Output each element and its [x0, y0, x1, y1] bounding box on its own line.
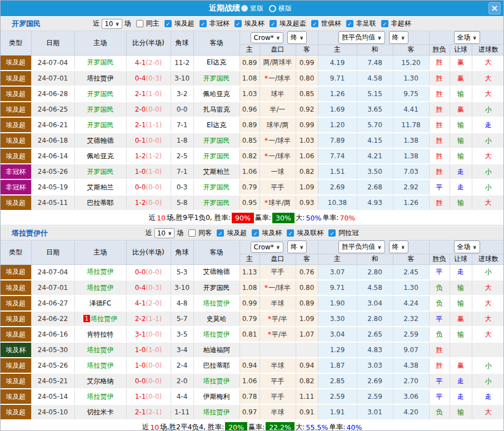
score-cell: 4-1(2-0) [126, 55, 171, 71]
league-checkbox-0[interactable]: ✓ [164, 20, 172, 27]
metric-select[interactable]: 胜平负均值∨ [338, 31, 385, 44]
fulltime-score: 0-0 [135, 377, 146, 385]
chevron-down-icon: ∨ [168, 230, 172, 236]
league-checkbox-1[interactable]: ✓ [252, 229, 259, 237]
recent-count-select[interactable]: 10∨ [154, 228, 175, 238]
col-handicap-result: 让球 [450, 44, 472, 55]
away-team-cell: 塔拉贾伊 [193, 327, 239, 342]
bookmaker-select[interactable]: Crow*∨ [251, 32, 284, 43]
eu-draw-odds: 4.83 [357, 342, 393, 358]
date-cell: 24-06-25 [31, 102, 74, 117]
away-team-cell: 艾德翰德 [193, 264, 239, 280]
period-select-1[interactable]: 终∨ [287, 240, 307, 253]
close-icon[interactable]: × [488, 2, 501, 14]
ah-line: 平手 [260, 373, 296, 389]
ah-away-odds: 0.99 [296, 117, 318, 133]
period-select-1[interactable]: 终∨ [287, 31, 307, 44]
table-row: 埃及超24-05-11巴拉蒂耶1-2(0-0)5-8开罗国民0.95*球半/两0… [1, 195, 504, 211]
league-checkbox-label: 埃及超 [174, 19, 194, 28]
horizontal-layout-radio[interactable] [269, 5, 276, 12]
eu-draw-odds: 5.15 [357, 86, 393, 102]
league-checkbox-1[interactable]: ✓ [199, 20, 207, 27]
metric-select[interactable]: 胜平负均值∨ [338, 240, 385, 253]
halftime-score: (0-0) [146, 330, 162, 338]
home-team-cell: 塔拉贾伊 [74, 280, 126, 295]
league-checkbox-0[interactable]: ✓ [217, 229, 224, 237]
league-checkbox-3[interactable]: ✓ [328, 229, 336, 237]
eu-away-odds: 2.92 [393, 179, 429, 195]
col-eu-away: 客 [393, 254, 429, 264]
score-cell: 1-1(0-0) [126, 389, 171, 404]
league-checkbox-4[interactable]: ✓ [311, 20, 318, 27]
away-team-cell: 开罗国民 [193, 71, 239, 86]
corners-cell: 3-2 [171, 86, 193, 102]
period-select-2[interactable]: 终∨ [389, 31, 408, 44]
league-checkbox-3[interactable]: ✓ [270, 20, 277, 27]
col-handicap-result: 让球 [450, 254, 472, 264]
ah-line: *平/半 [260, 311, 296, 327]
league-checkbox-2[interactable]: ✓ [287, 229, 294, 237]
home-team-cell: 艾尔格纳 [74, 373, 126, 389]
summary-segment: 大: [296, 423, 305, 431]
score-cell: 0-0(0-0) [126, 179, 171, 195]
score-cell: 0-4(0-3) [126, 280, 171, 295]
vertical-layout-radio[interactable] [241, 5, 248, 12]
corners-cell: 4-8 [171, 295, 193, 311]
home-team-name: 塔拉贾伊 [87, 346, 114, 354]
corners-cell: 3-10 [171, 71, 193, 86]
ah-line-text: 一/球半 [268, 284, 291, 292]
result-cell: 平 [429, 264, 450, 280]
fulltime-score: 3-1 [135, 330, 146, 338]
goals-result-cell: 小 [472, 179, 504, 195]
ah-line: *球半/两 [260, 195, 296, 211]
goals-result-cell: 大 [472, 280, 504, 295]
home-team-name: 艾尔格纳 [87, 377, 114, 385]
table-row: 埃及超24-06-16肯特拉特3-1(0-0)3-5塔拉贾伊0.81*平/半1.… [1, 327, 504, 342]
league-checkbox-2[interactable]: ✓ [234, 20, 242, 27]
corners-cell: 2-5 [171, 148, 193, 164]
fulltime-score: 1-2 [135, 199, 146, 207]
eu-home-odds: 1.91 [318, 404, 357, 420]
result-cell: 胜 [429, 164, 450, 179]
ah-away-odds: 0.76 [296, 264, 318, 280]
eu-away-odds: 3.06 [393, 389, 429, 404]
home-team-cell: 泽德FC [74, 295, 126, 311]
result-cell: 胜 [429, 342, 450, 358]
recent-results-panel: 近期战绩 竖版 横版 × 开罗国民 近10∨场同主✓埃及超✓非冠杯✓埃及杯✓埃及… [0, 0, 504, 431]
same-venue-checkbox[interactable] [188, 229, 196, 237]
handicap-result-cell: 走 [450, 164, 472, 179]
halftime-score: (2-0) [146, 299, 162, 307]
home-team-cell: 开罗国民 [74, 86, 126, 102]
recent-count-select[interactable]: 10∨ [102, 19, 122, 29]
col-goals-result: 进球数 [472, 44, 504, 55]
eu-home-odds: 1.29 [318, 342, 357, 358]
bookmaker-select[interactable]: Crow*∨ [251, 242, 284, 253]
home-team-name: 塔拉贾伊 [87, 268, 114, 275]
recent-count-value: 10 [157, 229, 166, 237]
period-select-2[interactable]: 终∨ [389, 240, 408, 253]
ah-line: *一/球半 [260, 71, 296, 86]
ah-line [260, 342, 296, 358]
halftime-score: (0-0) [146, 377, 162, 385]
eu-home-odds: 1.26 [318, 86, 357, 102]
ah-line-text: 平手 [271, 183, 285, 191]
halftime-score: (1-1) [146, 121, 162, 129]
ah-away-odds: 1.09 [296, 311, 318, 327]
league-checkbox-5[interactable]: ✓ [346, 20, 353, 27]
scope-select[interactable]: 全场∨ [454, 240, 480, 253]
team1-filters: 近10∨场同主✓埃及超✓非冠杯✓埃及杯✓埃及超盃✓世俱杯✓非足联✓非超杯 [93, 19, 411, 29]
corners-cell: 2-0 [171, 373, 193, 389]
home-team-name: 开罗国民 [87, 90, 114, 98]
eu-draw-odds: 3.50 [357, 164, 393, 179]
result-cell: 负 [429, 280, 450, 295]
same-venue-checkbox[interactable] [136, 20, 143, 27]
col-score: 比分(半场) [126, 31, 171, 55]
handicap-result-cell: 输 [450, 404, 472, 420]
col-eu-home: 主 [318, 44, 357, 55]
team2-filters: 近10∨场同客✓埃及超✓埃及杯✓埃及联杯✓阿拉冠 [146, 228, 359, 238]
league-checkbox-6[interactable]: ✓ [381, 20, 388, 27]
col-date: 日期 [31, 240, 74, 264]
eu-draw-odds: 3.04 [357, 295, 393, 311]
summary-segment: 22.2% [266, 422, 295, 431]
scope-select[interactable]: 全场∨ [454, 31, 480, 44]
